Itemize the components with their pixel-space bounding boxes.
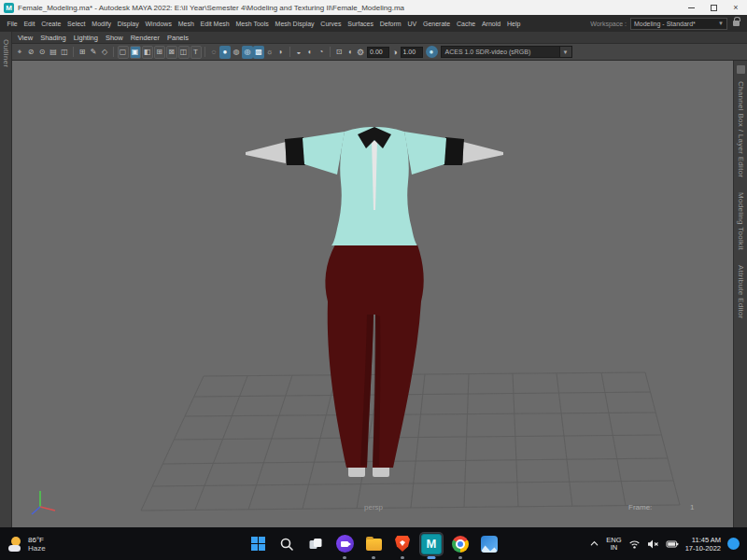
- lock-icon[interactable]: [733, 21, 740, 26]
- snap-icon[interactable]: ◇: [99, 46, 110, 59]
- safe-action-icon[interactable]: ⊠: [166, 46, 177, 59]
- view-transform-value: ACES 1.0 SDR-video (sRGB): [445, 49, 531, 55]
- isolate-select-icon[interactable]: ⊡: [333, 46, 345, 59]
- exposure-field[interactable]: [367, 47, 389, 58]
- photos-icon: [481, 536, 498, 553]
- panel-menu-item[interactable]: Renderer: [127, 34, 163, 42]
- wireframe-on-shaded-icon[interactable]: ▩: [253, 46, 264, 59]
- panel-menu-item[interactable]: Lighting: [70, 34, 102, 42]
- photos-app-button[interactable]: [478, 533, 500, 555]
- menu-item[interactable]: Select: [64, 21, 89, 27]
- minimize-button[interactable]: [680, 0, 702, 15]
- battery-icon[interactable]: [666, 539, 679, 550]
- menu-item[interactable]: Generate: [420, 21, 454, 27]
- maya-taskbar-button[interactable]: M: [420, 533, 443, 555]
- resolution-gate-icon[interactable]: ▣: [130, 46, 141, 59]
- menu-item[interactable]: UV: [404, 21, 420, 27]
- motion-blur-icon[interactable]: ◐: [304, 46, 316, 59]
- panel-menu-item[interactable]: Panels: [163, 34, 192, 42]
- camera-attributes-icon[interactable]: ⊙: [36, 46, 48, 59]
- brave-browser-button[interactable]: [391, 533, 414, 555]
- menu-item[interactable]: Create: [38, 21, 64, 27]
- menu-item[interactable]: Surfaces: [345, 21, 376, 27]
- exposure-gear-icon[interactable]: ⚙: [357, 48, 364, 57]
- film-gate-icon[interactable]: ▢: [118, 46, 129, 59]
- color-management-icon[interactable]: ●: [426, 46, 438, 58]
- panel-menu-item[interactable]: Shading: [36, 34, 70, 42]
- pants-shading: [373, 315, 380, 466]
- notifications-badge[interactable]: [727, 538, 740, 550]
- tray-chevron-up-icon[interactable]: [589, 539, 599, 549]
- view-transform-arrow[interactable]: ▼: [560, 46, 572, 58]
- menu-item[interactable]: Windows: [142, 21, 175, 27]
- textured-icon[interactable]: ◍: [231, 46, 242, 59]
- panel-toolbar-icons: ⌖⊘⊙▤◫⊞✎◇▢▣◧⊞⊠◫T◌●◍◎▩☼◗◒◐◔⊡◖: [14, 46, 356, 59]
- lock-camera-icon[interactable]: ⊘: [25, 46, 36, 59]
- speaker-muted-icon[interactable]: [647, 539, 659, 550]
- select-camera-icon[interactable]: ⌖: [14, 46, 25, 59]
- menu-item[interactable]: Edit Mesh: [197, 21, 233, 27]
- workspace-select[interactable]: Modeling - Standard* ▼: [630, 18, 727, 30]
- menu-item[interactable]: Cache: [454, 21, 479, 27]
- safe-title-icon[interactable]: ◫: [178, 46, 190, 59]
- wifi-icon[interactable]: [628, 539, 641, 550]
- panel-menu-item[interactable]: Show: [102, 34, 127, 42]
- viewport-row: persp Frame: 1 Channel Box / Layer Edito…: [12, 61, 747, 527]
- shadows-icon[interactable]: ◗: [275, 46, 287, 59]
- gamma-field[interactable]: [401, 47, 423, 58]
- close-button[interactable]: ×: [725, 0, 747, 15]
- smooth-shade-icon[interactable]: ●: [219, 46, 231, 59]
- grease-pencil-icon[interactable]: ✎: [88, 46, 99, 59]
- field-chart-icon[interactable]: ⊞: [154, 46, 165, 59]
- menu-item[interactable]: Curves: [317, 21, 345, 27]
- menu-item[interactable]: Mesh Tools: [233, 21, 272, 27]
- menu-item[interactable]: File: [4, 21, 21, 27]
- screen-space-ao-icon[interactable]: ◒: [293, 46, 304, 59]
- right-sidebar-strip: Channel Box / Layer Editor Modeling Tool…: [733, 61, 747, 527]
- menu-item[interactable]: Deform: [376, 21, 404, 27]
- menu-item[interactable]: Mesh: [175, 21, 197, 27]
- tab-outliner[interactable]: Outliner: [2, 39, 10, 67]
- right-cuff: [444, 137, 464, 165]
- menu-item[interactable]: Mesh Display: [272, 21, 317, 27]
- left-sidebar-strip: Outliner: [0, 32, 12, 527]
- brave-shield-icon: [395, 536, 410, 552]
- tab-modeling-toolkit[interactable]: Modeling Toolkit: [737, 192, 745, 250]
- language-indicator[interactable]: ENG IN: [606, 537, 621, 552]
- search-button[interactable]: [275, 533, 298, 555]
- maximize-button[interactable]: [702, 0, 725, 15]
- lights-icon[interactable]: ☼: [264, 46, 275, 59]
- grid-floor: [141, 372, 680, 511]
- menu-item[interactable]: Arnold: [479, 21, 504, 27]
- menu-item[interactable]: Help: [504, 21, 524, 27]
- view-transform-select[interactable]: ACES 1.0 SDR-video (sRGB): [441, 46, 560, 58]
- left-sleeve: [303, 132, 345, 175]
- viewport-3d[interactable]: persp Frame: 1: [12, 61, 733, 527]
- wireframe-icon[interactable]: ◌: [208, 46, 219, 59]
- tab-attribute-editor[interactable]: Attribute Editor: [737, 265, 745, 319]
- chrome-button[interactable]: [449, 533, 472, 555]
- file-explorer-button[interactable]: [362, 533, 385, 555]
- clock-widget[interactable]: 11:45 AM 17-10-2022: [685, 536, 721, 553]
- hud-icon[interactable]: T: [190, 46, 202, 59]
- image-plane-icon[interactable]: ◫: [59, 46, 70, 59]
- use-default-material-icon[interactable]: ◎: [242, 46, 253, 59]
- menu-item[interactable]: Modify: [89, 21, 114, 27]
- panel-menu-item[interactable]: View: [14, 34, 36, 42]
- frame-value: 1: [690, 503, 694, 511]
- divider: [204, 47, 205, 57]
- two-d-pan-zoom-icon[interactable]: ⊞: [77, 46, 88, 59]
- tab-channel-box[interactable]: Channel Box / Layer Editor: [737, 81, 745, 177]
- bookmarks-icon[interactable]: ▤: [48, 46, 59, 59]
- menu-item[interactable]: Edit: [21, 21, 38, 27]
- gamma-icon[interactable]: ◑: [392, 48, 397, 57]
- xray-icon[interactable]: ◖: [345, 46, 356, 59]
- menu-item[interactable]: Display: [114, 21, 142, 27]
- panel-toggle-icon[interactable]: [737, 65, 745, 74]
- task-view-button[interactable]: [304, 533, 327, 555]
- weather-widget[interactable]: 86°F Haze: [0, 536, 46, 553]
- multisample-icon[interactable]: ◔: [316, 46, 327, 59]
- video-app-button[interactable]: [333, 533, 356, 555]
- gate-mask-icon[interactable]: ◧: [142, 46, 153, 59]
- start-button[interactable]: [247, 533, 269, 555]
